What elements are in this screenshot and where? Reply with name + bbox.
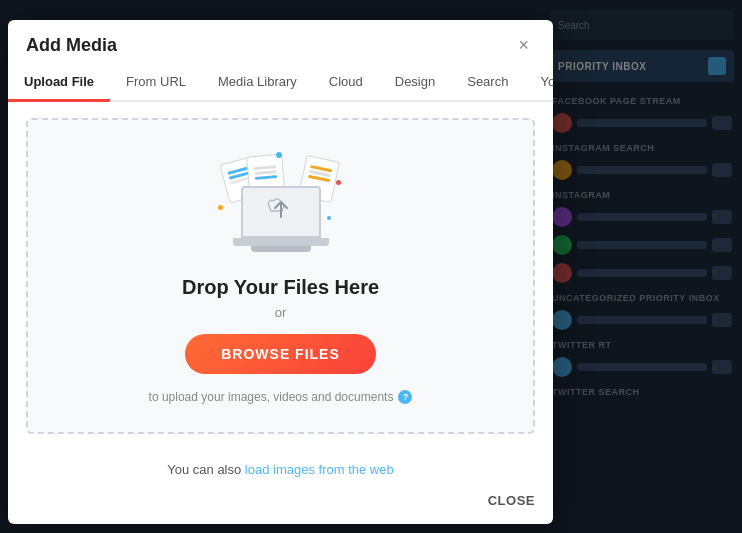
modal-close-button[interactable]: ×	[512, 34, 535, 56]
drop-or-text: or	[275, 305, 287, 320]
upload-svg	[263, 197, 299, 227]
tab-media-library[interactable]: Media Library	[202, 64, 313, 102]
modal-header: Add Media ×	[8, 20, 553, 56]
laptop-base	[233, 238, 329, 246]
modal-tabs: Upload File From URL Media Library Cloud…	[8, 64, 553, 102]
load-images-link[interactable]: load images from the web	[245, 462, 394, 477]
dot-3	[336, 180, 341, 185]
tab-cloud[interactable]: Cloud	[313, 64, 379, 102]
tab-from-url[interactable]: From URL	[110, 64, 202, 102]
drop-title: Drop Your Files Here	[182, 276, 379, 299]
laptop-stand	[251, 246, 311, 252]
tab-design[interactable]: Design	[379, 64, 451, 102]
browse-files-button[interactable]: BROWSE FILES	[185, 334, 376, 374]
drop-subtext: to upload your images, videos and docume…	[149, 390, 413, 404]
dot-4	[327, 216, 331, 220]
close-button[interactable]: CLOSE	[488, 493, 535, 508]
dot-1	[276, 152, 282, 158]
drop-sub-label: to upload your images, videos and docume…	[149, 390, 394, 404]
modal-title: Add Media	[26, 35, 117, 56]
tab-youtube[interactable]: YouTube	[524, 64, 553, 102]
upload-illustration	[216, 150, 346, 260]
dot-2	[218, 205, 223, 210]
modal-footer: You can also load images from the web	[8, 450, 553, 493]
add-media-modal: Add Media × Upload File From URL Media L…	[8, 20, 553, 524]
drop-zone[interactable]: Drop Your Files Here or BROWSE FILES to …	[26, 118, 535, 434]
tab-search[interactable]: Search	[451, 64, 524, 102]
laptop-screen	[241, 186, 321, 238]
modal-body: Drop Your Files Here or BROWSE FILES to …	[8, 102, 553, 450]
footer-text: You can also	[167, 462, 245, 477]
info-icon: ?	[398, 390, 412, 404]
modal-actions: CLOSE	[8, 493, 553, 524]
tab-upload-file[interactable]: Upload File	[8, 64, 110, 102]
